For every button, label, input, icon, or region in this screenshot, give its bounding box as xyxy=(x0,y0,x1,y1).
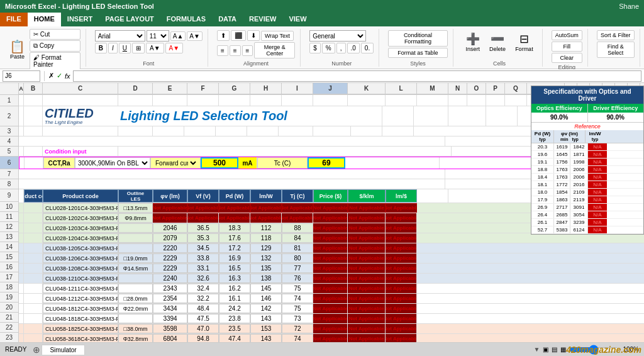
product-code-10[interactable]: CLU048-1212C4-303H5M3-F1 xyxy=(43,294,118,303)
align-right-button[interactable]: ≡ xyxy=(242,45,253,56)
sort-filter-button[interactable]: Sort & Filter xyxy=(597,30,635,40)
tab-home[interactable]: HOME xyxy=(28,13,61,26)
tab-review[interactable]: REVIEW xyxy=(243,13,282,26)
insert-button[interactable]: ➕ Insert xyxy=(462,30,484,54)
product-code-6[interactable]: CLU038-1206C4-303H5M3-F1 xyxy=(43,253,118,263)
row-header-15[interactable]: 15 xyxy=(0,252,19,262)
number-format-select[interactable]: General xyxy=(309,30,366,42)
tc-value-cell[interactable]: 69 xyxy=(308,157,345,169)
cut-button[interactable]: ✂ Cut xyxy=(30,29,80,40)
clear-button[interactable]: Clear xyxy=(552,53,582,63)
col-header-d[interactable]: D xyxy=(118,83,153,94)
fill-button[interactable]: Fill xyxy=(552,42,582,52)
font-size-select[interactable]: 11 xyxy=(147,30,169,42)
col-header-f[interactable]: F xyxy=(187,83,219,94)
row-header-14[interactable]: 14 xyxy=(0,242,19,252)
col-header-e[interactable]: E xyxy=(153,83,187,94)
row-header-21[interactable]: 21 xyxy=(0,313,19,323)
product-code-7[interactable]: CLU038-1208C4-303H5M3-F1 xyxy=(43,264,118,273)
bold-button[interactable]: B xyxy=(95,43,107,53)
product-code-2[interactable]: CLU028-1202C4-303H5M3-F1 xyxy=(43,213,118,223)
percent-button[interactable]: % xyxy=(322,43,335,53)
col-header-h[interactable]: H xyxy=(250,83,282,94)
simulator-tab[interactable]: Simulator xyxy=(42,345,84,355)
underline-button[interactable]: U xyxy=(119,43,131,53)
row-header-6[interactable]: 6 xyxy=(0,157,19,169)
current-value-cell[interactable]: 500 xyxy=(201,157,238,169)
cancel-formula-button[interactable]: ✗ xyxy=(48,72,54,80)
fill-color-button[interactable]: A▼ xyxy=(146,43,164,53)
col-header-b[interactable]: B xyxy=(24,83,43,94)
row-header-16[interactable]: 16 xyxy=(0,262,19,272)
row-header-19[interactable]: 19 xyxy=(0,292,19,303)
delete-button[interactable]: ➖ Delete xyxy=(486,30,509,54)
product-code-5[interactable]: CLU038-1205C4-303H5M3-F1 xyxy=(43,243,118,253)
col-header-p[interactable]: P xyxy=(486,83,505,94)
align-bottom-button[interactable]: ⬇ xyxy=(247,30,260,41)
decrease-font-button[interactable]: A▼ xyxy=(187,31,203,41)
col-header-m[interactable]: M xyxy=(417,83,448,94)
row-header-12[interactable]: 12 xyxy=(0,222,19,232)
copy-button[interactable]: ⧉ Copy xyxy=(30,40,80,52)
autosum-button[interactable]: AutoSum xyxy=(552,30,582,40)
row-header-7[interactable]: 7 xyxy=(0,169,19,179)
tab-page-layout[interactable]: PAGE LAYOUT xyxy=(99,13,160,26)
add-sheet-button[interactable]: ⊕ xyxy=(33,345,40,355)
col-header-q[interactable]: Q xyxy=(505,83,527,94)
row-header-9[interactable]: 9 xyxy=(0,189,19,202)
paste-button[interactable]: 📋 Paste xyxy=(6,38,28,62)
col-header-g[interactable]: G xyxy=(219,83,250,94)
cell-reference-box[interactable] xyxy=(3,70,40,82)
row-header-2[interactable]: 2 xyxy=(0,106,19,126)
product-code-8[interactable]: CLU038-1210C4-303H5M3-F1 xyxy=(43,274,118,283)
page-layout-view-button[interactable]: ▤ xyxy=(552,346,557,353)
find-select-button[interactable]: Find & Select xyxy=(597,42,635,58)
row-header-20[interactable]: 20 xyxy=(0,303,19,313)
forward-current-select[interactable]: Forward current xyxy=(153,159,198,167)
product-code-9[interactable]: CLU048-1211C4-303H5M3-F1 xyxy=(43,284,118,293)
format-painter-button[interactable]: 🖌 Format Painter xyxy=(30,52,80,70)
product-code-11[interactable]: CLU048-1812C4-303H5M3-F1 xyxy=(43,304,118,313)
font-select[interactable]: Arial xyxy=(95,30,145,42)
product-code-12[interactable]: CLU048-1818C4-303H5M3-F1 xyxy=(43,314,118,323)
col-header-l[interactable]: L xyxy=(386,83,417,94)
increase-decimal-button[interactable]: .0 xyxy=(347,43,360,53)
conditional-formatting-button[interactable]: Conditional Formatting xyxy=(388,30,447,47)
row-header-17[interactable]: 17 xyxy=(0,272,19,282)
row-header-4[interactable]: 4 xyxy=(0,136,19,147)
col-header-k[interactable]: K xyxy=(348,83,386,94)
row-header-23[interactable]: 23 xyxy=(0,333,19,342)
row-header-10[interactable]: 10 xyxy=(0,202,19,212)
row-header-3[interactable]: 3 xyxy=(0,126,19,136)
row-header-18[interactable]: 18 xyxy=(0,282,19,292)
align-middle-button[interactable]: ⬛ xyxy=(231,30,246,41)
product-code-4[interactable]: CLU028-1204C4-303H5M3-F1 xyxy=(43,233,118,243)
row-header-8[interactable]: 8 xyxy=(0,179,19,189)
col-header-n[interactable]: N xyxy=(448,83,467,94)
tab-file[interactable]: FILE xyxy=(0,13,28,26)
tab-insert[interactable]: INSERT xyxy=(61,13,99,26)
product-code-1[interactable]: CLU028-1201C4-303H5M3-F1 xyxy=(43,203,118,213)
confirm-formula-button[interactable]: ✓ xyxy=(57,72,62,80)
align-center-button[interactable]: ≡ xyxy=(230,45,241,56)
condition-dropdown-cell[interactable]: 3000K,90Min On BBL xyxy=(75,157,150,169)
insert-function-button[interactable]: fx xyxy=(65,72,70,80)
format-as-table-button[interactable]: Format as Table xyxy=(388,48,447,58)
increase-font-button[interactable]: A▲ xyxy=(170,31,186,41)
comma-button[interactable]: , xyxy=(336,43,346,53)
row-header-11[interactable]: 11 xyxy=(0,212,19,222)
align-left-button[interactable]: ≡ xyxy=(217,45,228,56)
row-header-13[interactable]: 13 xyxy=(0,232,19,242)
row-header-22[interactable]: 22 xyxy=(0,323,19,333)
row-header-5[interactable]: 5 xyxy=(0,147,19,157)
format-button[interactable]: ⊟ Format xyxy=(511,30,537,54)
product-code-3[interactable]: CLU028-1203C4-303H5M3-F1 xyxy=(43,223,118,233)
italic-button[interactable]: I xyxy=(108,43,118,53)
product-code-14[interactable]: CLU058-3618C4-303H5M3-F1 xyxy=(43,334,118,342)
wrap-text-button[interactable]: Wrap Text xyxy=(261,31,294,41)
normal-view-button[interactable]: ▣ xyxy=(543,346,548,353)
align-top-button[interactable]: ⬆ xyxy=(217,30,230,41)
merge-center-button[interactable]: Merge & Center xyxy=(254,42,295,58)
font-color-button[interactable]: A▼ xyxy=(165,43,184,53)
tab-view[interactable]: VIEW xyxy=(282,13,313,26)
